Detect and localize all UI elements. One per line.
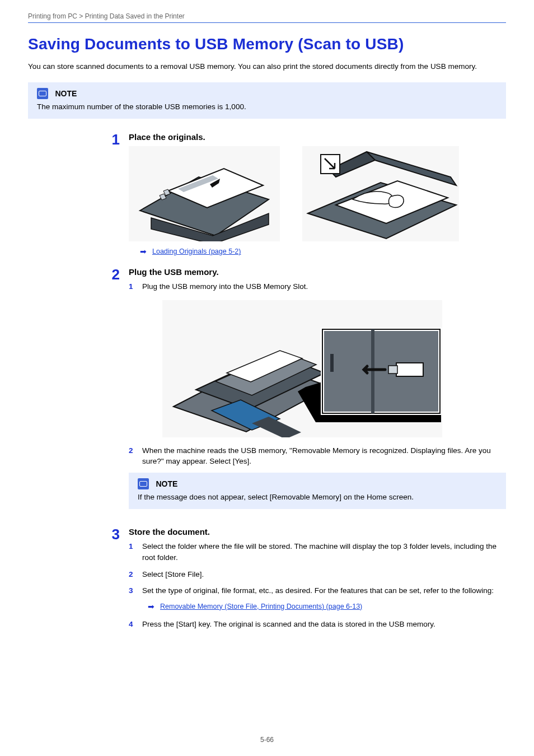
substep-body: Set the type of original, file format, e… [142,585,506,596]
arrow-right-icon: ➡ [140,247,147,256]
substep: 2 When the machine reads the USB memory,… [129,445,506,467]
page-title: Saving Documents to USB Memory (Scan to … [28,35,506,53]
xref-row: ➡ Loading Originals (page 5-2) [140,247,506,256]
header-rule [28,22,506,23]
svg-rect-22 [396,363,423,376]
substep-body: Plug the USB memory into the USB Memory … [142,281,506,292]
step-title: Place the originals. [129,132,506,142]
substep-number: 1 [129,541,137,563]
note-label: NOTE [156,479,177,488]
note-body: The maximum number of the storable USB m… [37,101,497,113]
step-2: 2 Plug the USB memory. 1 Plug the USB me… [28,267,506,522]
step-title: Store the document. [129,527,506,536]
page-footer: 5-66 [0,736,534,744]
substep-body: Select [Store File]. [142,569,506,580]
step-number: 2 [106,267,129,522]
xref-link-originals[interactable]: Loading Originals (page 5-2) [152,248,241,255]
substep-number: 2 [129,569,137,580]
substep-number: 3 [129,585,137,596]
substep-body: Select the folder where the file will be… [142,541,506,563]
step-title: Plug the USB memory. [129,267,506,277]
substep: 1 Plug the USB memory into the USB Memor… [129,281,506,292]
xref-row: ➡ Removable Memory (Store File, Printing… [148,602,506,611]
note-body: If the message does not appear, select [… [138,492,497,503]
intro-text: You can store scanned documents to a rem… [28,61,506,72]
step-number: 1 [106,132,129,263]
note-icon [138,478,149,489]
substep: 4 Press the [Start] key. The original is… [129,619,506,630]
note-box-mid: NOTE If the message does not appear, sel… [129,473,506,510]
xref-link-removable-memory[interactable]: Removable Memory (Store File, Printing D… [160,603,362,610]
page-header: Printing from PC > Printing Data Saved i… [28,12,506,20]
step-1: 1 Place the originals. [28,132,506,263]
substep: 1 Select the folder where the file will … [129,541,506,563]
illustration-platen [302,146,459,241]
note-box-top: NOTE The maximum number of the storable … [28,82,506,119]
substep-number: 2 [129,445,137,467]
substep-number: 1 [129,281,137,292]
substep-body: When the machine reads the USB memory, "… [142,445,506,467]
svg-rect-21 [330,354,334,372]
illustration-usb-slot [162,300,442,437]
arrow-right-icon: ➡ [148,602,154,611]
substep-body: Press the [Start] key. The original is s… [142,619,506,630]
svg-marker-6 [367,152,456,185]
header-left: Printing from PC > Printing Data Saved i… [28,12,185,20]
note-icon [37,88,48,99]
substep: 2 Select [Store File]. [129,569,506,580]
step-number: 3 [106,527,129,635]
step-3: 3 Store the document. 1 Select the folde… [28,527,506,635]
substep-number: 4 [129,619,137,630]
note-label: NOTE [55,89,77,98]
illustration-adf [129,146,280,241]
substep: 3 Set the type of original, file format,… [129,585,506,596]
svg-rect-23 [388,366,397,374]
